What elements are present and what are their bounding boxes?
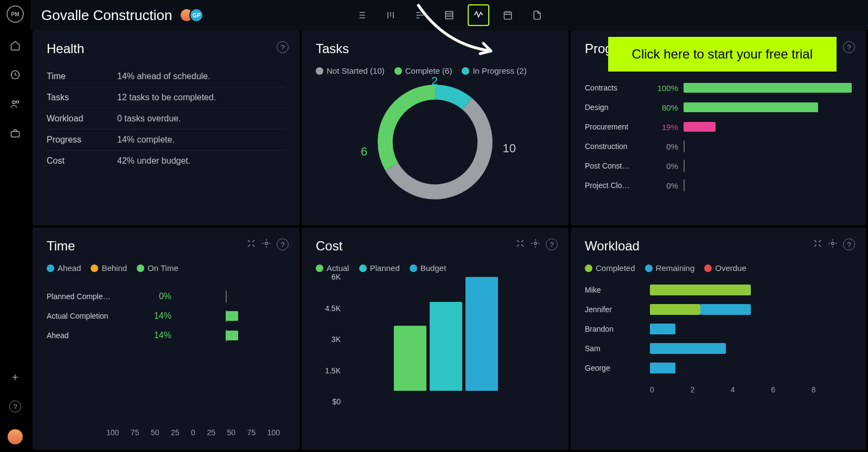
legend-item: On Time — [137, 263, 178, 273]
card-help-icon[interactable]: ? — [277, 41, 289, 53]
workload-seg-remaining — [650, 343, 726, 354]
donut-callout: 2 — [431, 74, 438, 88]
progress-key: Design — [585, 103, 650, 112]
health-value: 14% ahead of schedule. — [117, 72, 210, 81]
legend-dot — [316, 67, 323, 75]
gear-icon[interactable] — [261, 238, 271, 250]
cost-bar-actual — [394, 326, 426, 391]
workload-name: George — [585, 364, 650, 372]
legend-label: Ahead — [58, 263, 81, 273]
legend-item: Overdue — [704, 263, 746, 273]
cost-bar-planned — [430, 302, 462, 391]
progress-bar — [684, 179, 685, 191]
home-icon[interactable] — [9, 39, 22, 52]
card-help-icon[interactable]: ? — [843, 41, 855, 53]
axis-label: 100 — [106, 428, 119, 437]
axis-label: 75 — [131, 428, 139, 437]
card-help-icon[interactable]: ? — [843, 238, 855, 250]
progress-bar — [684, 140, 685, 152]
expand-icon[interactable] — [813, 238, 822, 250]
health-row: Tasks12 tasks to be completed. — [47, 87, 285, 108]
axis-label: 4 — [731, 385, 771, 394]
svg-rect-4 — [445, 11, 452, 18]
card-title: Health — [47, 41, 285, 56]
gantt-view-icon[interactable] — [409, 4, 431, 26]
time-value: 14% — [144, 311, 171, 321]
progress-key: Procurement — [585, 122, 650, 131]
progress-key: Project Clo… — [585, 181, 650, 190]
time-row: Ahead14% — [47, 326, 285, 345]
workload-row: Sam — [585, 339, 852, 358]
free-trial-cta[interactable]: Click here to start your free trial — [608, 37, 837, 72]
shared-users[interactable]: GP — [180, 8, 203, 22]
time-axis: 100 75 50 25 0 25 50 75 100 — [47, 428, 285, 439]
axis-label: 75 — [247, 428, 256, 437]
gear-icon[interactable] — [531, 238, 540, 250]
workload-seg-completed — [650, 285, 751, 295]
time-key: Actual Completion — [47, 312, 144, 320]
legend-label: Budget — [420, 263, 446, 273]
health-key: Progress — [47, 135, 117, 145]
health-row: Workload0 tasks overdue. — [47, 108, 285, 130]
gear-icon[interactable] — [828, 238, 838, 250]
expand-icon[interactable] — [515, 238, 525, 250]
donut-callout: 6 — [361, 145, 367, 159]
card-help-icon[interactable]: ? — [546, 238, 558, 250]
list-view-icon[interactable] — [350, 4, 372, 26]
tasks-donut: 2 6 10 — [373, 80, 497, 204]
workload-card: Workload ? Completed Remaining Overdue M… — [571, 228, 866, 450]
axis-label: 25 — [207, 428, 215, 437]
legend-item: Completed — [585, 263, 635, 273]
legend-label: Planned — [370, 263, 400, 273]
user-avatar[interactable] — [8, 429, 23, 444]
legend-label: Complete (6) — [405, 66, 452, 75]
legend-dot — [359, 264, 367, 272]
topbar: Govalle Construction GP — [30, 0, 868, 30]
time-value: 14% — [144, 331, 171, 340]
dashboard-grid: Health ? Time14% ahead of schedule. Task… — [30, 30, 868, 452]
calendar-view-icon[interactable] — [497, 4, 519, 26]
briefcase-icon[interactable] — [9, 127, 22, 140]
progress-value: 0% — [650, 142, 678, 151]
legend-item: Ahead — [47, 263, 81, 273]
workload-row: George — [585, 358, 852, 378]
legend-item: Remaining — [645, 263, 695, 273]
legend-item: Behind — [91, 263, 127, 273]
user-avatar-badge: GP — [189, 8, 203, 22]
svg-point-10 — [265, 242, 268, 245]
time-row: Actual Completion14% — [47, 306, 285, 326]
progress-key: Construction — [585, 142, 650, 151]
progress-bar — [684, 160, 685, 172]
health-key: Time — [47, 72, 117, 81]
legend-item: Planned — [359, 263, 400, 273]
workload-name: Mike — [585, 286, 650, 294]
plus-icon[interactable] — [9, 371, 22, 384]
legend-item: Budget — [410, 263, 446, 273]
help-icon[interactable]: ? — [9, 400, 22, 413]
time-value: 0% — [144, 292, 171, 301]
sheet-view-icon[interactable] — [438, 4, 460, 26]
legend-dot — [410, 264, 417, 272]
axis-label: 50 — [227, 428, 235, 437]
legend-label: Not Started (10) — [327, 66, 385, 75]
dashboard-view-icon[interactable] — [468, 4, 489, 26]
workload-row: Mike — [585, 280, 852, 300]
progress-value: 100% — [650, 83, 678, 93]
axis-label: 0 — [191, 428, 195, 437]
expand-icon[interactable] — [246, 238, 256, 250]
board-view-icon[interactable] — [380, 4, 401, 26]
workload-axis: 0 2 4 6 8 — [585, 385, 852, 394]
legend-dot — [585, 264, 592, 272]
health-row: Progress14% complete. — [47, 130, 285, 151]
axis-label: $0 — [316, 397, 341, 406]
workload-name: Sam — [585, 344, 650, 353]
legend-dot — [316, 264, 323, 272]
files-view-icon[interactable] — [526, 4, 548, 26]
app-logo[interactable]: PM — [7, 5, 24, 23]
clock-icon[interactable] — [9, 68, 22, 81]
progress-key: Post Const… — [585, 162, 650, 170]
time-card: Time ? Ahead Behind On Time Planned Comp… — [33, 228, 299, 450]
progress-row: Procurement19% — [585, 117, 852, 137]
team-icon[interactable] — [9, 98, 22, 111]
card-help-icon[interactable]: ? — [277, 238, 289, 250]
